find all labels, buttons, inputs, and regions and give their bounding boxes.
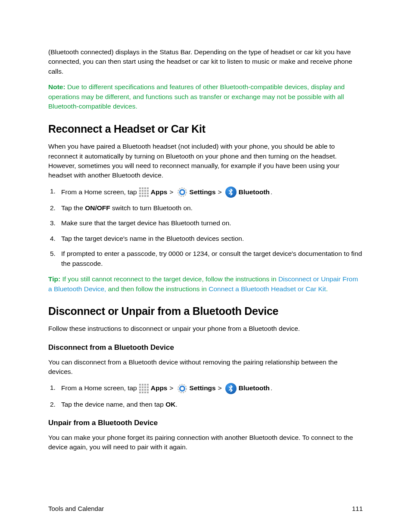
apps-grid-icon — [139, 384, 149, 393]
note-paragraph: Note: Due to different specifications an… — [48, 82, 363, 111]
bluetooth-label: Bluetooth — [239, 383, 270, 393]
list-item: 3. Make sure that the target device has … — [48, 218, 363, 228]
settings-gear-icon — [177, 383, 188, 394]
subheading-disconnect: Disconnect from a Bluetooth Device — [48, 342, 363, 353]
step-body: Tap the device name, and then tap OK. — [61, 400, 363, 409]
step-number: 2. — [48, 203, 61, 213]
tip-text: . — [326, 285, 328, 292]
list-item: 2. Tap the device name, and then tap OK. — [48, 400, 363, 409]
reconnect-steps-list: 1. From a Home screen, tap Apps > Settin… — [48, 187, 363, 268]
step-body: From a Home screen, tap Apps > Settings … — [61, 383, 363, 394]
list-item: 5. If prompted to enter a passcode, try … — [48, 249, 363, 268]
step-text: From a Home screen, tap — [61, 187, 137, 197]
bluetooth-icon — [225, 383, 237, 394]
tip-label: Tip: — [48, 275, 60, 283]
footer-page-number: 111 — [352, 504, 363, 513]
unpair-intro: You can make your phone forget its pairi… — [48, 433, 363, 452]
list-item: 2. Tap the ON/OFF switch to turn Bluetoo… — [48, 203, 363, 213]
disconnect-steps-list: 1. From a Home screen, tap Apps > Settin… — [48, 383, 363, 409]
svg-point-3 — [180, 386, 184, 391]
breadcrumb-separator: > — [169, 187, 173, 197]
tip-paragraph: Tip: If you still cannot reconnect to th… — [48, 274, 363, 294]
list-item: 4. Tap the target device's name in the B… — [48, 234, 363, 243]
heading-reconnect: Reconnect a Headset or Car Kit — [48, 121, 363, 137]
bluetooth-label: Bluetooth — [239, 187, 270, 197]
heading-disconnect: Disconnect or Unpair from a Bluetooth De… — [48, 303, 363, 319]
step-body: If prompted to enter a passcode, try 000… — [61, 249, 363, 268]
step-text: From a Home screen, tap — [61, 383, 137, 393]
list-item: 1. From a Home screen, tap Apps > Settin… — [48, 187, 363, 198]
period: . — [271, 187, 272, 197]
tip-text: and then follow the instructions in — [106, 285, 209, 292]
footer-section: Tools and Calendar — [48, 504, 104, 513]
apps-grid-icon — [139, 187, 149, 197]
step-number: 2. — [48, 400, 61, 409]
apps-label: Apps — [151, 187, 168, 197]
note-text: Due to different specifications and feat… — [48, 83, 345, 110]
bluetooth-icon — [225, 187, 237, 198]
step-number: 5. — [48, 249, 61, 258]
step-number: 1. — [48, 383, 61, 392]
disconnect-sub-intro: You can disconnect from a Bluetooth devi… — [48, 358, 363, 377]
period: . — [271, 383, 272, 393]
apps-label: Apps — [151, 383, 168, 393]
step-body: From a Home screen, tap Apps > Settings … — [61, 187, 363, 198]
step-body: Tap the target device's name in the Blue… — [61, 234, 363, 243]
reconnect-intro: When you have paired a Bluetooth headset… — [48, 142, 363, 180]
note-label: Note: — [48, 83, 65, 90]
subheading-unpair: Unpair from a Bluetooth Device — [48, 418, 363, 429]
breadcrumb-separator: > — [218, 383, 222, 393]
breadcrumb-separator: > — [218, 187, 222, 197]
step-number: 1. — [48, 187, 61, 196]
step-body: Make sure that the target device has Blu… — [61, 218, 363, 228]
step-number: 4. — [48, 234, 61, 243]
list-item: 1. From a Home screen, tap Apps > Settin… — [48, 383, 363, 394]
page-footer: Tools and Calendar 111 — [48, 504, 363, 513]
step-body: Tap the ON/OFF switch to turn Bluetooth … — [61, 203, 363, 213]
breadcrumb-separator: > — [169, 383, 173, 393]
link-connect-headset[interactable]: Connect a Bluetooth Headset or Car Kit — [209, 285, 326, 292]
settings-label: Settings — [190, 187, 216, 197]
tip-text: If you still cannot reconnect to the tar… — [60, 275, 278, 283]
settings-gear-icon — [177, 187, 188, 198]
svg-point-1 — [180, 190, 184, 195]
settings-label: Settings — [190, 383, 216, 393]
step-number: 3. — [48, 218, 61, 228]
disconnect-intro: Follow these instructions to disconnect … — [48, 324, 363, 333]
intro-paragraph: (Bluetooth connected) displays in the St… — [48, 47, 363, 76]
